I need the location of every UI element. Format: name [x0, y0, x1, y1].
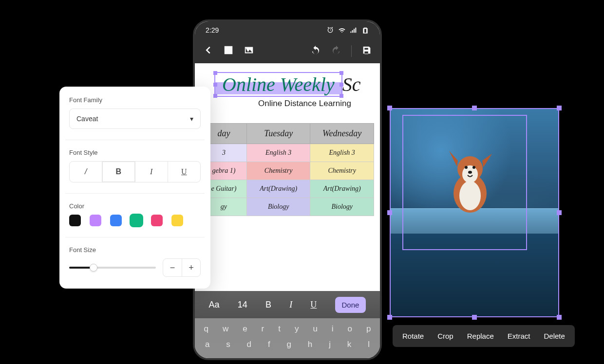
key[interactable]: k [345, 337, 354, 352]
color-swatch[interactable] [69, 215, 81, 226]
decrease-button[interactable]: − [163, 259, 182, 276]
cell: Art(Drawing) [246, 180, 310, 198]
crop-handle[interactable] [472, 106, 477, 110]
bold-button[interactable]: B [265, 300, 271, 310]
crop-button[interactable]: Crop [437, 332, 453, 340]
style-none-button[interactable]: / [70, 162, 102, 182]
font-button[interactable]: Aa [209, 300, 220, 310]
extract-button[interactable]: Extract [508, 332, 530, 340]
app-toolbar [195, 39, 380, 63]
cell: Biology [246, 198, 310, 216]
increase-button[interactable]: + [182, 259, 200, 276]
key[interactable]: i [330, 321, 336, 337]
replace-button[interactable]: Replace [467, 332, 494, 340]
text-tool-button[interactable] [223, 45, 234, 57]
style-italic-button[interactable]: I [135, 162, 168, 182]
font-style-label: Font Style [69, 149, 201, 156]
cell: Art(Drawing) [310, 180, 374, 198]
crop-handle[interactable] [557, 315, 562, 320]
wifi-icon [338, 26, 346, 34]
color-swatch[interactable] [151, 215, 163, 226]
color-swatch[interactable] [90, 215, 101, 226]
color-swatches [69, 215, 201, 226]
divider [65, 193, 205, 194]
crop-handle[interactable] [557, 210, 562, 215]
redo-button[interactable] [331, 45, 341, 57]
key[interactable]: o [346, 321, 354, 337]
phone-mockup: 2:29 Online Weekly Sc Online Distance Le… [193, 19, 382, 360]
key[interactable]: h [306, 337, 314, 352]
alarm-icon [326, 26, 334, 34]
image-context-menu: Rotate Crop Replace Extract Delete [393, 325, 575, 347]
key[interactable]: s [224, 337, 232, 352]
color-swatch[interactable] [171, 215, 183, 226]
key[interactable]: w [221, 321, 230, 337]
divider [65, 237, 205, 237]
font-size-label: Font Size [69, 246, 201, 254]
battery-icon [361, 26, 369, 34]
signal-icon [350, 26, 358, 34]
color-swatch-selected[interactable] [131, 215, 142, 226]
font-style-group: / B I U [69, 161, 201, 182]
font-size-slider[interactable] [69, 267, 156, 269]
key[interactable]: q [202, 321, 210, 337]
rotate-button[interactable]: Rotate [402, 332, 424, 340]
font-size-stepper: − + [163, 258, 201, 277]
font-family-value: Caveat [76, 115, 98, 123]
soft-keyboard[interactable]: q w e r t y u i o p a s d f g h j k l [195, 318, 380, 358]
crop-handle[interactable] [557, 106, 562, 110]
cell: Chemistry [246, 162, 310, 180]
col-header: Tuesday [246, 124, 310, 144]
status-icons [326, 26, 369, 34]
title-rest-text: Sc [342, 73, 361, 96]
style-underline-button[interactable]: U [168, 162, 200, 182]
key[interactable]: u [311, 321, 319, 337]
status-bar: 2:29 [195, 21, 380, 39]
status-time: 2:29 [206, 26, 219, 34]
toolbar-divider [351, 45, 352, 57]
color-swatch[interactable] [110, 215, 122, 226]
divider [65, 140, 205, 140]
crop-handle[interactable] [472, 315, 477, 320]
italic-button[interactable]: I [289, 300, 292, 310]
crop-rectangle[interactable] [402, 115, 527, 250]
col-header: Wednesday [310, 124, 374, 144]
key[interactable]: t [276, 321, 283, 337]
key[interactable]: y [293, 321, 301, 337]
crop-handle[interactable] [387, 210, 392, 215]
back-button[interactable] [203, 45, 213, 57]
font-family-label: Font Family [69, 96, 201, 104]
delete-button[interactable]: Delete [544, 332, 565, 340]
underline-button[interactable]: U [310, 300, 317, 310]
image-tool-button[interactable] [244, 45, 254, 57]
key[interactable]: j [327, 337, 333, 352]
color-label: Color [69, 202, 201, 210]
style-bold-button[interactable]: B [102, 162, 134, 182]
crop-handle[interactable] [387, 315, 392, 320]
key[interactable]: g [285, 337, 293, 352]
text-edit-toolbar: Aa 14 B I U Done [195, 291, 380, 318]
cell: English 3 [310, 144, 374, 162]
document-canvas[interactable]: Online Weekly Sc Online Distance Learnin… [195, 63, 380, 218]
key[interactable]: l [366, 337, 372, 352]
save-button[interactable] [361, 45, 372, 57]
cell: Chemistry [310, 162, 374, 180]
crop-handle[interactable] [387, 106, 392, 110]
key[interactable]: r [260, 321, 266, 337]
undo-button[interactable] [310, 45, 321, 57]
image-crop-frame[interactable] [390, 108, 559, 317]
font-size-value[interactable]: 14 [238, 300, 247, 310]
title-selected-text: Online Weekly [222, 73, 335, 95]
font-family-select[interactable]: Caveat ▾ [69, 109, 201, 129]
key[interactable]: a [203, 337, 211, 352]
cell: English 3 [246, 144, 310, 162]
done-button[interactable]: Done [335, 297, 366, 313]
key[interactable]: d [245, 337, 253, 352]
font-properties-panel: Font Family Caveat ▾ Font Style / B I U … [59, 87, 210, 289]
chevron-down-icon: ▾ [190, 115, 193, 123]
key[interactable]: e [241, 321, 249, 337]
key[interactable]: f [266, 337, 272, 352]
text-selection-box[interactable]: Online Weekly [214, 72, 342, 97]
key[interactable]: p [364, 321, 373, 337]
subtitle-text: Online Distance Learning [258, 99, 374, 109]
